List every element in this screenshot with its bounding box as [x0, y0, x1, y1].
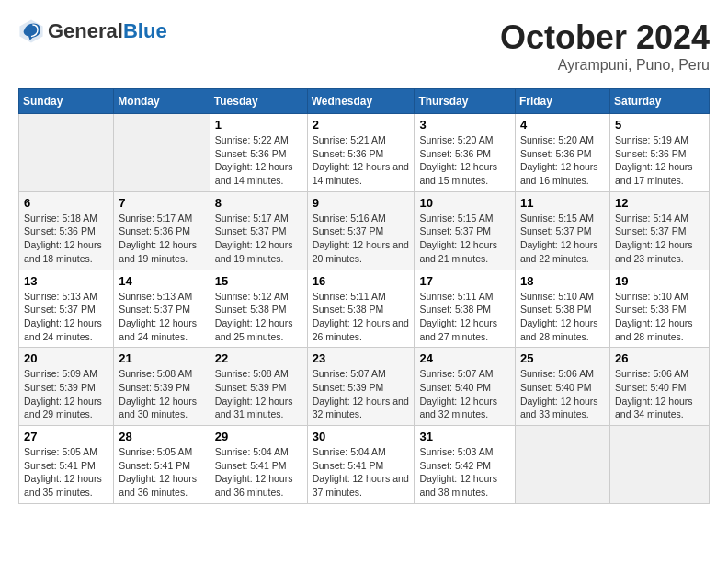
- day-info: Sunrise: 5:05 AMSunset: 5:41 PMDaylight:…: [119, 445, 204, 500]
- day-number: 31: [419, 430, 510, 443]
- day-info: Sunrise: 5:22 AMSunset: 5:36 PMDaylight:…: [215, 133, 302, 188]
- day-cell: [19, 114, 114, 192]
- day-number: 26: [615, 351, 704, 365]
- day-cell: 3Sunrise: 5:20 AMSunset: 5:36 PMDaylight…: [415, 114, 516, 192]
- day-info: Sunrise: 5:18 AMSunset: 5:36 PMDaylight:…: [24, 212, 108, 266]
- col-header-sunday: Sunday: [19, 89, 114, 114]
- day-cell: 24Sunrise: 5:07 AMSunset: 5:40 PMDayligh…: [415, 348, 516, 426]
- day-number: 8: [215, 196, 302, 210]
- week-row-3: 13Sunrise: 5:13 AMSunset: 5:37 PMDayligh…: [19, 270, 710, 348]
- day-info: Sunrise: 5:10 AMSunset: 5:38 PMDaylight:…: [520, 290, 605, 344]
- day-number: 15: [215, 274, 302, 288]
- day-number: 29: [215, 430, 302, 443]
- day-info: Sunrise: 5:11 AMSunset: 5:38 PMDaylight:…: [313, 290, 410, 344]
- day-cell: 30Sunrise: 5:04 AMSunset: 5:41 PMDayligh…: [307, 426, 415, 504]
- day-number: 14: [119, 274, 204, 288]
- day-cell: 4Sunrise: 5:20 AMSunset: 5:36 PMDaylight…: [515, 114, 609, 192]
- day-cell: 6Sunrise: 5:18 AMSunset: 5:36 PMDaylight…: [19, 191, 114, 270]
- header-row: SundayMondayTuesdayWednesdayThursdayFrid…: [19, 89, 710, 114]
- title-block: October 2024 Ayrampuni, Puno, Peru: [500, 18, 710, 74]
- logo: GeneralBlue: [18, 18, 167, 44]
- week-row-1: 1Sunrise: 5:22 AMSunset: 5:36 PMDaylight…: [19, 114, 710, 192]
- day-cell: 1Sunrise: 5:22 AMSunset: 5:36 PMDaylight…: [210, 114, 307, 192]
- day-info: Sunrise: 5:10 AMSunset: 5:38 PMDaylight:…: [615, 290, 704, 344]
- day-info: Sunrise: 5:15 AMSunset: 5:37 PMDaylight:…: [520, 212, 605, 266]
- day-number: 10: [419, 196, 510, 210]
- day-cell: 15Sunrise: 5:12 AMSunset: 5:38 PMDayligh…: [210, 270, 307, 348]
- day-cell: 7Sunrise: 5:17 AMSunset: 5:36 PMDaylight…: [114, 191, 210, 270]
- day-cell: 28Sunrise: 5:05 AMSunset: 5:41 PMDayligh…: [114, 426, 210, 504]
- day-info: Sunrise: 5:14 AMSunset: 5:37 PMDaylight:…: [615, 212, 704, 266]
- day-info: Sunrise: 5:12 AMSunset: 5:38 PMDaylight:…: [215, 290, 302, 344]
- day-cell: 11Sunrise: 5:15 AMSunset: 5:37 PMDayligh…: [515, 191, 609, 270]
- day-info: Sunrise: 5:07 AMSunset: 5:39 PMDaylight:…: [313, 367, 410, 421]
- day-number: 11: [520, 196, 605, 210]
- day-number: 12: [615, 196, 704, 210]
- day-info: Sunrise: 5:08 AMSunset: 5:39 PMDaylight:…: [119, 367, 204, 421]
- day-info: Sunrise: 5:03 AMSunset: 5:42 PMDaylight:…: [419, 445, 510, 500]
- day-number: 18: [520, 274, 605, 288]
- month-title: October 2024: [500, 18, 710, 57]
- day-cell: 2Sunrise: 5:21 AMSunset: 5:36 PMDaylight…: [307, 114, 415, 192]
- col-header-thursday: Thursday: [415, 89, 516, 114]
- day-number: 5: [615, 118, 704, 132]
- day-info: Sunrise: 5:13 AMSunset: 5:37 PMDaylight:…: [24, 290, 108, 344]
- location-subtitle: Ayrampuni, Puno, Peru: [500, 57, 710, 74]
- day-info: Sunrise: 5:16 AMSunset: 5:37 PMDaylight:…: [313, 212, 410, 266]
- day-number: 7: [119, 196, 204, 210]
- day-cell: 12Sunrise: 5:14 AMSunset: 5:37 PMDayligh…: [609, 191, 709, 270]
- day-number: 20: [24, 351, 108, 365]
- day-cell: 16Sunrise: 5:11 AMSunset: 5:38 PMDayligh…: [307, 270, 415, 348]
- day-cell: 31Sunrise: 5:03 AMSunset: 5:42 PMDayligh…: [415, 426, 516, 504]
- day-number: 28: [119, 430, 204, 443]
- day-cell: 25Sunrise: 5:06 AMSunset: 5:40 PMDayligh…: [515, 348, 609, 426]
- day-number: 21: [119, 351, 204, 365]
- day-cell: 21Sunrise: 5:08 AMSunset: 5:39 PMDayligh…: [114, 348, 210, 426]
- logo-text: GeneralBlue: [48, 20, 167, 42]
- day-number: 16: [313, 274, 410, 288]
- week-row-2: 6Sunrise: 5:18 AMSunset: 5:36 PMDaylight…: [19, 191, 710, 270]
- day-cell: 8Sunrise: 5:17 AMSunset: 5:37 PMDaylight…: [210, 191, 307, 270]
- day-info: Sunrise: 5:20 AMSunset: 5:36 PMDaylight:…: [520, 133, 605, 188]
- day-info: Sunrise: 5:05 AMSunset: 5:41 PMDaylight:…: [24, 445, 108, 500]
- day-cell: 20Sunrise: 5:09 AMSunset: 5:39 PMDayligh…: [19, 348, 114, 426]
- day-cell: 22Sunrise: 5:08 AMSunset: 5:39 PMDayligh…: [210, 348, 307, 426]
- day-info: Sunrise: 5:04 AMSunset: 5:41 PMDaylight:…: [215, 445, 302, 500]
- col-header-friday: Friday: [515, 89, 609, 114]
- day-number: 22: [215, 351, 302, 365]
- day-info: Sunrise: 5:07 AMSunset: 5:40 PMDaylight:…: [419, 367, 510, 421]
- day-number: 27: [24, 430, 108, 443]
- day-cell: 9Sunrise: 5:16 AMSunset: 5:37 PMDaylight…: [307, 191, 415, 270]
- day-info: Sunrise: 5:08 AMSunset: 5:39 PMDaylight:…: [215, 367, 302, 421]
- day-number: 17: [419, 274, 510, 288]
- day-info: Sunrise: 5:04 AMSunset: 5:41 PMDaylight:…: [313, 445, 410, 500]
- day-cell: [609, 426, 709, 504]
- day-number: 13: [24, 274, 108, 288]
- week-row-5: 27Sunrise: 5:05 AMSunset: 5:41 PMDayligh…: [19, 426, 710, 504]
- day-info: Sunrise: 5:06 AMSunset: 5:40 PMDaylight:…: [615, 367, 704, 421]
- day-cell: 13Sunrise: 5:13 AMSunset: 5:37 PMDayligh…: [19, 270, 114, 348]
- col-header-saturday: Saturday: [609, 89, 709, 114]
- calendar-table: SundayMondayTuesdayWednesdayThursdayFrid…: [18, 88, 710, 504]
- week-row-4: 20Sunrise: 5:09 AMSunset: 5:39 PMDayligh…: [19, 348, 710, 426]
- day-number: 25: [520, 351, 605, 365]
- day-number: 4: [520, 118, 605, 132]
- day-info: Sunrise: 5:09 AMSunset: 5:39 PMDaylight:…: [24, 367, 108, 421]
- logo-icon: [18, 18, 44, 44]
- day-cell: 23Sunrise: 5:07 AMSunset: 5:39 PMDayligh…: [307, 348, 415, 426]
- day-cell: 14Sunrise: 5:13 AMSunset: 5:37 PMDayligh…: [114, 270, 210, 348]
- day-cell: 26Sunrise: 5:06 AMSunset: 5:40 PMDayligh…: [609, 348, 709, 426]
- day-info: Sunrise: 5:21 AMSunset: 5:36 PMDaylight:…: [313, 133, 410, 188]
- day-info: Sunrise: 5:06 AMSunset: 5:40 PMDaylight:…: [520, 367, 605, 421]
- day-info: Sunrise: 5:13 AMSunset: 5:37 PMDaylight:…: [119, 290, 204, 344]
- day-number: 1: [215, 118, 302, 132]
- day-number: 24: [419, 351, 510, 365]
- day-cell: 29Sunrise: 5:04 AMSunset: 5:41 PMDayligh…: [210, 426, 307, 504]
- page-header: GeneralBlue October 2024 Ayrampuni, Puno…: [18, 18, 710, 74]
- logo-line1: General: [48, 19, 123, 42]
- day-cell: 17Sunrise: 5:11 AMSunset: 5:38 PMDayligh…: [415, 270, 516, 348]
- day-info: Sunrise: 5:19 AMSunset: 5:36 PMDaylight:…: [615, 133, 704, 188]
- day-cell: 19Sunrise: 5:10 AMSunset: 5:38 PMDayligh…: [609, 270, 709, 348]
- day-info: Sunrise: 5:15 AMSunset: 5:37 PMDaylight:…: [419, 212, 510, 266]
- day-info: Sunrise: 5:20 AMSunset: 5:36 PMDaylight:…: [419, 133, 510, 188]
